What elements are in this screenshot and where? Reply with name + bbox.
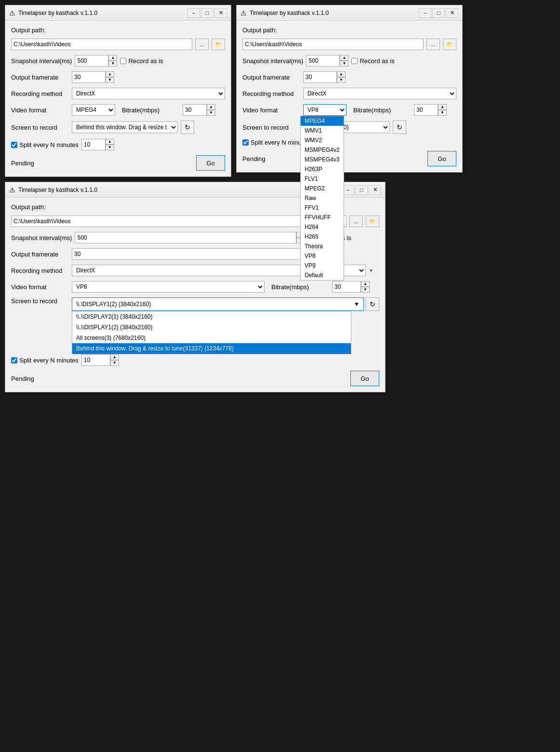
dropdown-item-raw[interactable]: Raw xyxy=(301,193,344,203)
dropdown-item-mpeg4[interactable]: MPEG4 xyxy=(301,116,344,126)
snapshot-input-1[interactable] xyxy=(75,55,108,67)
go-btn-3[interactable]: Go xyxy=(350,371,379,386)
dropdown-item-default[interactable]: Default xyxy=(301,270,344,280)
dropdown-item-msmpeg4v2[interactable]: MSMPEG4v2 xyxy=(301,145,344,155)
split-checkbox-3[interactable] xyxy=(11,357,17,363)
go-btn-2[interactable]: Go xyxy=(427,151,456,166)
maximize-btn-1[interactable]: □ xyxy=(201,8,213,18)
snapshot-up-2[interactable]: ▲ xyxy=(340,55,348,61)
dropdown-item-wmv2[interactable]: WMV2 xyxy=(301,135,344,145)
output-path-input-2[interactable] xyxy=(242,39,424,50)
maximize-btn-3[interactable]: □ xyxy=(355,185,368,195)
snapshot-down-1[interactable]: ▼ xyxy=(108,61,117,67)
close-btn-2[interactable]: ✕ xyxy=(446,8,458,18)
recording-method-select-2[interactable]: DirectX xyxy=(303,88,456,99)
snapshot-down-2[interactable]: ▼ xyxy=(340,61,348,67)
split-row-3: Split every N minutes ▲ ▼ xyxy=(11,354,379,366)
dropdown-item-vp9[interactable]: VP9 xyxy=(301,261,344,270)
split-down-3[interactable]: ▼ xyxy=(110,360,119,366)
browse-dots-btn-1[interactable]: ... xyxy=(195,39,209,50)
refresh-btn-2[interactable]: ↻ xyxy=(393,121,406,134)
dropdown-item-theora[interactable]: Theora xyxy=(301,242,344,251)
bitrate-input-1[interactable] xyxy=(183,104,207,116)
dropdown-item-flv1[interactable]: FLV1 xyxy=(301,174,344,184)
titlebar-controls-2: − □ ✕ xyxy=(419,8,458,18)
framerate-up-2[interactable]: ▲ xyxy=(337,71,346,77)
bitrate-down-3[interactable]: ▼ xyxy=(361,287,370,293)
split-check-3[interactable]: Split every N minutes xyxy=(11,357,79,364)
browse-dots-btn-3[interactable]: ... xyxy=(349,215,363,227)
screen-opt-display1[interactable]: \\.\\DISPLAY1(2) (3840x2160) xyxy=(72,322,351,333)
maximize-btn-2[interactable]: □ xyxy=(432,8,445,18)
split-down-1[interactable]: ▼ xyxy=(106,145,114,150)
minimize-btn-1[interactable]: − xyxy=(187,8,200,18)
bitrate-up-1[interactable]: ▲ xyxy=(207,104,215,110)
dropdown-item-ffvhuff[interactable]: FFVHUFF xyxy=(301,213,344,222)
split-input-1[interactable] xyxy=(81,139,106,150)
bitrate-down-2[interactable]: ▼ xyxy=(438,110,447,116)
record-as-is-check-1[interactable]: Record as is xyxy=(120,57,163,65)
split-checkbox-1[interactable] xyxy=(11,142,17,148)
screen-opt-behind[interactable]: Behind this window. Drag & resize to tun… xyxy=(72,343,351,354)
video-format-select-3[interactable]: VP8 xyxy=(72,281,265,293)
dropdown-item-h265[interactable]: H265 xyxy=(301,232,344,242)
screen-opt-allscreens[interactable]: All screens(3) (7680x2160) xyxy=(72,333,351,343)
split-label-1: Split every N minutes xyxy=(19,141,79,148)
browse-folder-btn-3[interactable]: 📁 xyxy=(366,215,379,227)
dropdown-item-h263p[interactable]: H263P xyxy=(301,164,344,174)
dropdown-item-msmpeg4v3[interactable]: MSMPEG4v3 xyxy=(301,155,344,164)
screen-select-1[interactable]: Behind this window. Drag & resize t xyxy=(72,121,178,133)
bitrate-input-3[interactable] xyxy=(332,281,361,293)
titlebar-left-3: ⚠ Timelapser by kasthack v.1.1.0 xyxy=(9,186,97,194)
snapshot-up-1[interactable]: ▲ xyxy=(108,55,117,61)
screen-label-3: Screen to record xyxy=(11,297,69,305)
close-btn-3[interactable]: ✕ xyxy=(369,185,381,195)
bitrate-label-3: Bitrate(mbps) xyxy=(271,283,329,291)
split-checkbox-2[interactable] xyxy=(242,139,249,146)
close-btn-1[interactable]: ✕ xyxy=(214,8,227,18)
framerate-label-2: Output framerate xyxy=(242,74,300,81)
record-as-is-check-2[interactable]: Record as is xyxy=(351,57,394,65)
framerate-down-2[interactable]: ▼ xyxy=(337,77,346,83)
snapshot-input-2[interactable] xyxy=(306,55,340,67)
dropdown-item-vp8[interactable]: VP8 xyxy=(301,251,344,261)
framerate-input-1[interactable] xyxy=(72,71,106,83)
split-check-2[interactable]: Split every N minutes xyxy=(242,139,310,146)
browse-folder-btn-1[interactable]: 📁 xyxy=(212,39,225,50)
video-format-select-1[interactable]: MPEG4 xyxy=(72,104,115,116)
split-check-1[interactable]: Split every N minutes xyxy=(11,141,79,148)
bitrate-up-3[interactable]: ▲ xyxy=(361,281,370,287)
dropdown-item-h264[interactable]: H264 xyxy=(301,222,344,232)
bitrate-down-1[interactable]: ▼ xyxy=(207,110,215,116)
framerate-input-3[interactable] xyxy=(72,248,308,260)
split-up-1[interactable]: ▲ xyxy=(106,139,114,145)
snapshot-input-3[interactable] xyxy=(75,232,296,243)
output-path-input-1[interactable] xyxy=(11,39,192,50)
framerate-arrows-2: ▲ ▼ xyxy=(337,71,346,83)
video-format-select-2[interactable]: VP8 xyxy=(303,104,347,116)
browse-dots-btn-2[interactable]: ... xyxy=(427,39,440,50)
bitrate-input-2[interactable] xyxy=(414,104,438,116)
framerate-down-1[interactable]: ▼ xyxy=(106,77,114,83)
dropdown-item-mpeg2[interactable]: MPEG2 xyxy=(301,184,344,193)
output-path-input-3[interactable] xyxy=(11,215,347,227)
record-as-is-checkbox-2[interactable] xyxy=(351,58,358,64)
bitrate-up-2[interactable]: ▲ xyxy=(438,104,447,110)
recording-method-select-1[interactable]: DirectX xyxy=(72,88,225,99)
refresh-btn-3[interactable]: ↻ xyxy=(366,297,379,311)
recording-method-label-2: Recording method xyxy=(242,90,300,97)
framerate-up-1[interactable]: ▲ xyxy=(106,71,114,77)
record-as-is-checkbox-1[interactable] xyxy=(120,58,126,64)
browse-folder-btn-2[interactable]: 📁 xyxy=(443,39,456,50)
screen-opt-display2[interactable]: \\.\\DISPLAY2(1) (3840x2160) xyxy=(72,311,351,322)
split-input-3[interactable] xyxy=(81,354,110,366)
framerate-input-2[interactable] xyxy=(303,71,337,83)
dropdown-item-wmv1[interactable]: WMV1 xyxy=(301,126,344,135)
snapshot-row-2: Snapshot interval(ms) ▲ ▼ Record as is xyxy=(242,55,456,67)
dropdown-item-ffv1[interactable]: FFV1 xyxy=(301,203,344,213)
go-btn-1[interactable]: Go xyxy=(196,155,225,171)
split-up-3[interactable]: ▲ xyxy=(110,354,119,360)
refresh-btn-1[interactable]: ↻ xyxy=(181,121,194,134)
screen-select-3[interactable]: \\.\DISPLAY1(2) (3840x2160) ▼ xyxy=(72,297,364,311)
minimize-btn-2[interactable]: − xyxy=(419,8,431,18)
